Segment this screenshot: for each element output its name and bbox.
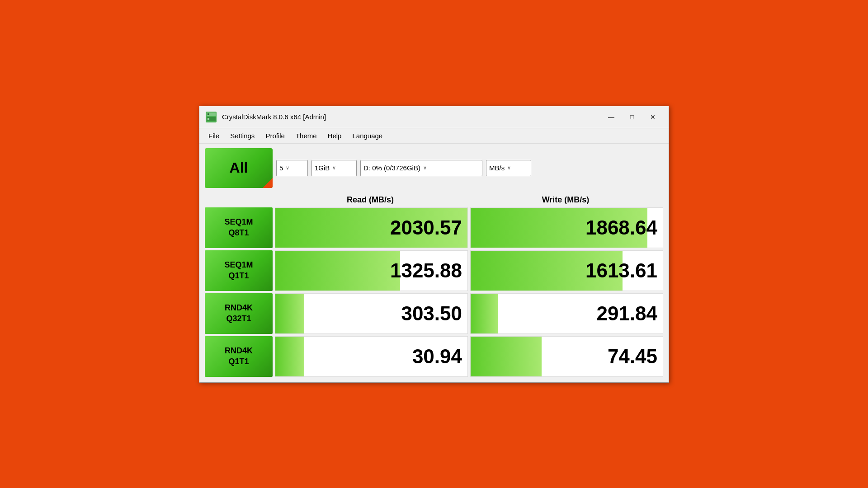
count-select[interactable]: 5 ∨ (276, 160, 308, 176)
row-label-line2: Q8T1 (228, 228, 249, 238)
row-label-seq1m-q8t1: SEQ1M Q8T1 (205, 207, 273, 248)
menu-theme[interactable]: Theme (290, 130, 322, 141)
write-value-seq1m-q8t1: 1868.64 (470, 207, 663, 248)
read-text-rnd4k-q32t1: 303.50 (401, 302, 462, 325)
app-icon (205, 111, 217, 123)
read-value-seq1m-q1t1: 1325.88 (275, 250, 468, 291)
menu-profile[interactable]: Profile (260, 130, 290, 141)
write-text-seq1m-q1t1: 1613.61 (585, 259, 657, 282)
menu-bar: File Settings Profile Theme Help Languag… (199, 128, 669, 144)
column-headers: Read (MB/s) Write (MB/s) (205, 192, 663, 207)
read-header: Read (MB/s) (273, 192, 468, 207)
count-arrow: ∨ (286, 165, 289, 171)
count-value: 5 (279, 164, 283, 172)
toolbar: All 5 ∨ 1GiB ∨ D: 0% (0/3726GiB) ∨ MB/s … (199, 144, 669, 192)
menu-file[interactable]: File (203, 130, 225, 141)
row-label-seq1m-q1t1: SEQ1M Q1T1 (205, 250, 273, 291)
label-spacer (205, 192, 273, 207)
row-label-line2: Q32T1 (226, 314, 251, 324)
read-value-rnd4k-q32t1: 303.50 (275, 293, 468, 334)
all-button[interactable]: All (205, 148, 273, 188)
read-text-rnd4k-q1t1: 30.94 (412, 345, 462, 368)
app-window: CrystalDiskMark 8.0.6 x64 [Admin] — □ ✕ … (199, 106, 669, 383)
write-bar-rnd4k-q32t1 (471, 294, 498, 333)
write-text-rnd4k-q32t1: 291.84 (596, 302, 657, 325)
row-label-rnd4k-q1t1: RND4K Q1T1 (205, 336, 273, 377)
unit-select[interactable]: MB/s ∨ (486, 160, 531, 176)
size-select[interactable]: 1GiB ∨ (311, 160, 357, 176)
drive-value: D: 0% (0/3726GiB) (363, 164, 420, 172)
unit-arrow: ∨ (507, 165, 511, 171)
read-bar-rnd4k-q1t1 (275, 337, 304, 376)
write-value-rnd4k-q32t1: 291.84 (470, 293, 663, 334)
table-row: RND4K Q32T1 303.50 291.84 (205, 293, 663, 334)
row-label-line1: SEQ1M (224, 260, 253, 270)
close-button[interactable]: ✕ (642, 110, 663, 124)
svg-rect-3 (208, 113, 209, 115)
maximize-button[interactable]: □ (622, 110, 642, 124)
table-row: SEQ1M Q1T1 1325.88 1613.61 (205, 250, 663, 291)
row-label-line2: Q1T1 (228, 271, 249, 281)
row-label-rnd4k-q32t1: RND4K Q32T1 (205, 293, 273, 334)
table-row: SEQ1M Q8T1 2030.57 1868.64 (205, 207, 663, 248)
table-row: RND4K Q1T1 30.94 74.45 (205, 336, 663, 377)
read-bar-rnd4k-q32t1 (275, 294, 304, 333)
size-value: 1GiB (315, 164, 330, 172)
drive-select[interactable]: D: 0% (0/3726GiB) ∨ (360, 160, 482, 176)
minimize-button[interactable]: — (601, 110, 622, 124)
write-value-rnd4k-q1t1: 74.45 (470, 336, 663, 377)
write-value-seq1m-q1t1: 1613.61 (470, 250, 663, 291)
read-bar-seq1m-q1t1 (275, 251, 400, 291)
row-label-line2: Q1T1 (228, 357, 249, 367)
svg-rect-4 (208, 118, 209, 120)
write-header: Write (MB/s) (468, 192, 663, 207)
title-bar: CrystalDiskMark 8.0.6 x64 [Admin] — □ ✕ (199, 106, 669, 128)
read-text-seq1m-q1t1: 1325.88 (390, 259, 462, 282)
window-controls: — □ ✕ (601, 110, 663, 124)
size-arrow: ∨ (332, 165, 336, 171)
read-value-rnd4k-q1t1: 30.94 (275, 336, 468, 377)
write-text-seq1m-q8t1: 1868.64 (585, 216, 657, 239)
read-text-seq1m-q8t1: 2030.57 (390, 216, 462, 239)
write-text-rnd4k-q1t1: 74.45 (608, 345, 657, 368)
read-value-seq1m-q8t1: 2030.57 (275, 207, 468, 248)
menu-settings[interactable]: Settings (225, 130, 260, 141)
row-label-line1: RND4K (225, 303, 253, 313)
row-label-line1: SEQ1M (224, 217, 253, 227)
unit-value: MB/s (489, 164, 505, 172)
data-grid: SEQ1M Q8T1 2030.57 1868.64 SEQ1M Q1T1 13… (205, 207, 663, 377)
window-title: CrystalDiskMark 8.0.6 x64 [Admin] (222, 113, 601, 121)
menu-help[interactable]: Help (322, 130, 347, 141)
write-bar-rnd4k-q1t1 (471, 337, 542, 376)
menu-language[interactable]: Language (347, 130, 388, 141)
row-label-line1: RND4K (225, 346, 253, 356)
drive-arrow: ∨ (423, 165, 427, 171)
